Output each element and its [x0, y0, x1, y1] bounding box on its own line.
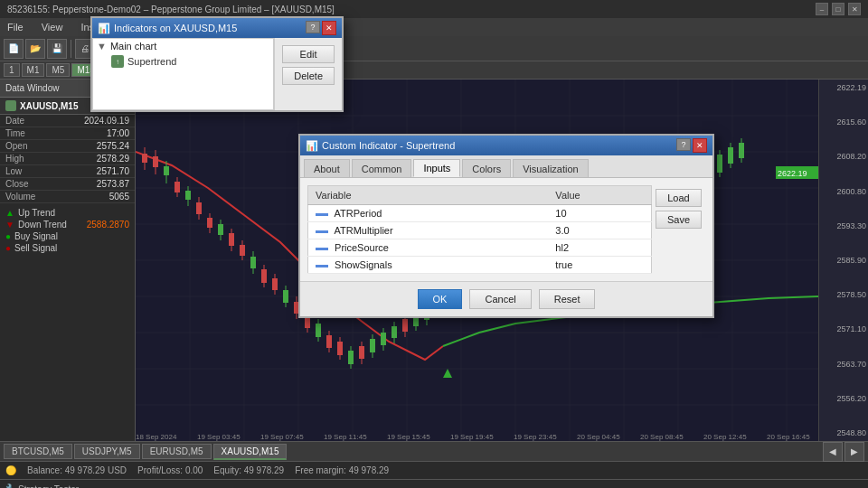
pricesource-value[interactable]: hl2 [548, 239, 651, 257]
indicators-buttons: Edit Delete [274, 38, 342, 110]
data-table: Date2024.09.19Time17:00Open2575.24High25… [0, 115, 135, 203]
tree-main-chart: ▼ Main chart [93, 39, 273, 53]
data-row-date: Date2024.09.19 [0, 115, 135, 127]
status-icon: 🟡 [5, 465, 16, 475]
svg-rect-24 [153, 156, 158, 167]
svg-text:19 Sep 19:45: 19 Sep 19:45 [450, 433, 494, 441]
tab-btcusd[interactable]: BTCUSD,M5 [4, 444, 72, 459]
signal-row-sell: ●Sell Signal [5, 242, 129, 254]
svg-rect-132 [739, 143, 744, 158]
expand-icon: ▼ [97, 41, 107, 52]
edit-btn[interactable]: Edit [282, 45, 335, 63]
tab-eurusd[interactable]: EURUSD,M5 [142, 444, 212, 459]
reset-btn[interactable]: Reset [539, 289, 596, 309]
svg-rect-130 [728, 147, 733, 164]
price-level-5: 2593.30 [821, 221, 866, 230]
strategy-label: Strategy Tester [18, 484, 79, 488]
tab-nav-next[interactable]: ▶ [844, 442, 864, 462]
custom-indicator-dialog[interactable]: 📊 Custom Indicator - Supertrend ? ✕ Abou… [298, 134, 714, 318]
svg-rect-48 [283, 290, 288, 303]
signal-label: Down Trend [18, 220, 67, 230]
svg-rect-70 [402, 319, 408, 332]
tree-supertrend[interactable]: ↑ Supertrend [93, 53, 273, 70]
tf-1[interactable]: 1 [4, 63, 20, 77]
price-level-3: 2608.20 [821, 152, 866, 161]
menu-view[interactable]: View [38, 20, 67, 34]
price-level-6: 2585.90 [821, 256, 866, 265]
atrperiod-value[interactable]: 10 [548, 205, 651, 222]
margin-text: Free margin: 49 978.29 [295, 465, 389, 475]
toolbar-open[interactable]: 📂 [25, 39, 45, 59]
tab-xauusd[interactable]: XAUUSD,M15 [213, 444, 288, 460]
price-level-2: 2615.60 [821, 117, 866, 127]
svg-text:19 Sep 11:45: 19 Sep 11:45 [324, 433, 367, 441]
svg-rect-58 [337, 342, 343, 355]
indicators-dialog-title: Indicators on XAUUSD,M15 [114, 23, 237, 33]
delete-btn[interactable]: Delete [282, 67, 335, 85]
tab-colors[interactable]: Colors [462, 159, 511, 177]
toolbar-new[interactable]: 📄 [4, 39, 24, 59]
pricesource-label: PriceSource [335, 242, 389, 253]
svg-rect-42 [250, 257, 256, 268]
param-row-atrperiod[interactable]: ATRPeriod 10 [308, 205, 652, 222]
indicators-help-btn[interactable]: ? [306, 21, 320, 33]
signal-label: Buy Signal [14, 231, 58, 241]
ok-btn[interactable]: OK [418, 289, 463, 309]
tab-inputs[interactable]: Inputs [413, 159, 460, 177]
indicators-dialog-titlebar: 📊 Indicators on XAUUSD,M15 ? ✕ [92, 18, 342, 38]
maximize-btn[interactable]: □ [832, 3, 844, 15]
dialog-main: Variable Value ATRPeriod 10 [307, 185, 652, 274]
custom-dialog-icon: 📊 [306, 140, 318, 152]
minimize-btn[interactable]: – [816, 3, 828, 15]
showsignals-value[interactable]: true [548, 257, 651, 274]
custom-dialog-body: Variable Value ATRPeriod 10 [300, 178, 712, 281]
svg-rect-66 [381, 333, 386, 345]
dialog-footer: OK Cancel Reset [300, 281, 712, 316]
svg-rect-38 [229, 233, 234, 246]
custom-help-btn[interactable]: ? [676, 138, 691, 151]
svg-text:18 Sep 2024: 18 Sep 2024 [136, 433, 177, 441]
svg-text:20 Sep 16:45: 20 Sep 16:45 [767, 433, 810, 441]
param-row-showsignals[interactable]: ShowSignals true [308, 257, 652, 274]
tf-m1[interactable]: M1 [22, 63, 45, 77]
buy-icon: ● [5, 231, 11, 241]
svg-rect-36 [218, 224, 223, 235]
svg-rect-62 [359, 346, 364, 359]
tf-m5[interactable]: M5 [46, 63, 70, 77]
data-window-title: Data Window [5, 83, 59, 93]
toolbar-save[interactable]: 💾 [47, 39, 67, 59]
tab-usdjpy[interactable]: USDJPY,M5 [74, 444, 140, 459]
price-axis: 2622.19 2615.60 2608.20 2600.80 2593.30 … [818, 80, 868, 441]
indicators-close-btn[interactable]: ✕ [322, 21, 336, 35]
bottom-nav: ◀ ▶ [823, 442, 864, 462]
param-row-pricesource[interactable]: PriceSource hl2 [308, 239, 652, 257]
price-level-4: 2600.80 [821, 187, 866, 196]
indicators-dialog-icon: 📊 [98, 23, 110, 34]
param-row-atrmultiplier[interactable]: ATRMultiplier 3.0 [308, 222, 652, 239]
tab-common[interactable]: Common [352, 159, 412, 177]
atrmultiplier-icon [316, 230, 328, 233]
close-btn[interactable]: ✕ [848, 3, 861, 15]
indicators-dialog[interactable]: 📊 Indicators on XAUUSD,M15 ? ✕ ▼ Main ch… [90, 16, 344, 112]
title-bar: 85236155: Pepperstone-Demo02 – Peppersto… [0, 0, 868, 18]
atrmultiplier-value[interactable]: 3.0 [548, 222, 651, 239]
dialog-content-area: Variable Value ATRPeriod 10 [307, 185, 705, 274]
tab-visualization[interactable]: Visualization [513, 159, 589, 177]
svg-text:19 Sep 03:45: 19 Sep 03:45 [197, 433, 241, 441]
load-btn[interactable]: Load [656, 189, 702, 207]
svg-rect-32 [196, 202, 202, 214]
custom-close-btn[interactable]: ✕ [693, 138, 707, 153]
tab-nav-prev[interactable]: ◀ [823, 442, 843, 462]
equity-text: Equity: 49 978.29 [213, 465, 284, 475]
svg-text:2622.19: 2622.19 [778, 169, 807, 178]
tab-about[interactable]: About [304, 159, 350, 177]
cancel-btn[interactable]: Cancel [469, 289, 531, 309]
svg-text:20 Sep 04:45: 20 Sep 04:45 [577, 433, 620, 441]
status-bar: 🟡 Balance: 49 978.29 USD Profit/Loss: 0.… [0, 461, 868, 479]
menu-file[interactable]: File [4, 20, 27, 34]
svg-rect-128 [717, 155, 722, 173]
param-table: Variable Value ATRPeriod 10 [307, 185, 652, 274]
symbol-icon [5, 100, 16, 111]
side-buttons: Load Save [652, 185, 705, 274]
save-btn[interactable]: Save [656, 211, 702, 229]
